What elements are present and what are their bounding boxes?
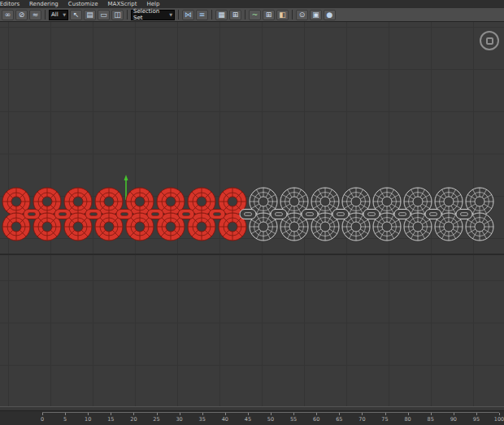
- menu-item-customize[interactable]: Customize: [68, 0, 98, 8]
- timeline-tick: [248, 413, 249, 415]
- timeline-tick-label: 50: [267, 416, 274, 423]
- chevron-down-icon: ▼: [169, 12, 172, 17]
- layer-manager-icon[interactable]: ▦: [215, 10, 228, 20]
- bind-to-space-warp-icon[interactable]: ≈: [29, 10, 41, 20]
- timeline-tick-label: 65: [336, 416, 342, 423]
- timeline-tick: [431, 413, 432, 415]
- graphite-modeling-icon[interactable]: ⊞: [229, 10, 241, 20]
- steering-wheel-center: [486, 37, 493, 45]
- timeline-tick: [111, 413, 111, 415]
- render-setup-icon[interactable]: ⊙: [296, 10, 308, 20]
- menu-bar: Graph EditorsRenderingCustomizeMAXScript…: [0, 0, 504, 8]
- toolbar-separator: [178, 10, 179, 20]
- select-and-link-icon[interactable]: ∞: [2, 10, 14, 20]
- timeline-tick: [385, 413, 386, 415]
- timeline-tick-label: 20: [130, 416, 137, 423]
- timeline-tick: [157, 413, 158, 415]
- toolbar-separator: [292, 10, 293, 20]
- timeline-tick: [293, 413, 294, 415]
- timeline-tick-label: 70: [358, 416, 365, 423]
- toolbar-separator: [245, 10, 245, 20]
- steering-wheel-icon[interactable]: [480, 31, 499, 50]
- timeline-tick-label: 35: [199, 416, 206, 423]
- menu-item-help[interactable]: Help: [147, 0, 160, 8]
- named-selection-sets-dropdown[interactable]: Selection Set▼: [131, 10, 175, 20]
- perspective-viewport[interactable]: [0, 22, 504, 406]
- timeline-tick: [133, 413, 134, 415]
- selection-filter-dropdown-value: All: [51, 11, 59, 18]
- chain-model[interactable]: [0, 174, 504, 255]
- named-selection-sets-dropdown-value: Selection Set: [133, 8, 167, 21]
- timeline-tick: [476, 413, 477, 415]
- timeline-tick-label: 45: [245, 416, 251, 423]
- timeline-tick: [362, 413, 363, 415]
- material-editor-icon[interactable]: ◧: [276, 10, 289, 20]
- toolbar-separator: [45, 10, 46, 20]
- timeline-tick: [454, 413, 454, 415]
- align-icon[interactable]: ≡: [196, 10, 208, 20]
- timeline-tick-label: 80: [404, 416, 411, 423]
- select-object-icon[interactable]: ↖: [70, 10, 82, 20]
- menu-item-maxscript[interactable]: MAXScript: [108, 0, 137, 8]
- selection-region-icon[interactable]: ▭: [98, 10, 110, 20]
- timeline-tick-label: 40: [222, 416, 228, 423]
- max-application-window: Graph EditorsRenderingCustomizeMAXScript…: [0, 0, 504, 425]
- main-toolbar: ∞⊘≈All▼↖▤▭◫Selection Set▼⋈≡▦⊞~⊞◧⊙▣●: [0, 8, 504, 22]
- rendered-frame-icon[interactable]: ▣: [310, 10, 322, 20]
- timeline-tick: [42, 413, 43, 415]
- timeline-tick: [180, 413, 180, 415]
- render-production-icon[interactable]: ●: [324, 10, 336, 20]
- timeline-tick: [316, 413, 317, 415]
- timeline-tick-label: 0: [41, 416, 44, 423]
- timeline-tick: [271, 413, 272, 415]
- timeline-tick-label: 10: [85, 416, 91, 423]
- timeline-tick: [339, 413, 340, 415]
- time-slider-strip[interactable]: [0, 407, 504, 411]
- timeline-tick-label: 100: [494, 416, 504, 423]
- timeline-tick-label: 75: [381, 416, 388, 423]
- toolbar-separator: [211, 10, 212, 20]
- timeline-tick-label: 5: [63, 416, 67, 423]
- timeline-tick: [499, 413, 500, 415]
- timeline-tick-label: 85: [428, 416, 434, 423]
- curve-editor-icon[interactable]: ~: [249, 10, 261, 20]
- menu-item-rendering[interactable]: Rendering: [29, 0, 59, 8]
- menu-item-graph-editors[interactable]: Graph Editors: [0, 0, 20, 8]
- timeline-tick-label: 95: [473, 416, 480, 423]
- timeline-tick-label: 90: [450, 416, 457, 423]
- track-bar[interactable]: 0510152025303540455055606570758085909510…: [0, 406, 504, 425]
- timeline-tick-label: 15: [107, 416, 114, 423]
- select-by-name-icon[interactable]: ▤: [84, 10, 96, 20]
- timeline-tick-label: 25: [153, 416, 159, 423]
- timeline-tick: [88, 413, 89, 415]
- timeline-tick-label: 30: [176, 416, 182, 423]
- timeline-tick: [202, 413, 203, 415]
- window-crossing-icon[interactable]: ◫: [111, 10, 124, 20]
- timeline-tick-label: 55: [290, 416, 297, 423]
- timeline-tick-label: 60: [313, 416, 319, 423]
- chevron-down-icon: ▼: [63, 12, 66, 17]
- timeline-tick: [408, 413, 409, 415]
- schematic-view-icon[interactable]: ⊞: [263, 10, 275, 20]
- selection-filter-dropdown[interactable]: All▼: [49, 10, 68, 20]
- timeline-tick: [65, 413, 66, 415]
- timeline-tick: [225, 413, 226, 415]
- toolbar-separator: [127, 10, 128, 20]
- timeline-ruler[interactable]: 0510152025303540455055606570758085909510…: [42, 412, 499, 425]
- unlink-selection-icon[interactable]: ⊘: [15, 10, 28, 20]
- mirror-icon[interactable]: ⋈: [182, 10, 194, 20]
